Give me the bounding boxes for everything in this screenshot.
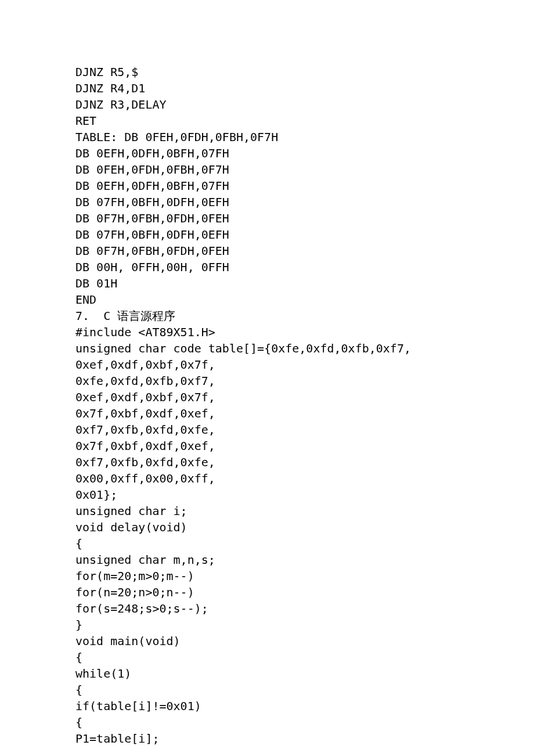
code-line: DB 07FH,0BFH,0DFH,0EFH	[75, 226, 459, 243]
code-line: DB 0EFH,0DFH,0BFH,07FH	[75, 178, 459, 194]
code-line: while(1)	[75, 665, 459, 682]
code-line: void delay(void)	[75, 519, 459, 535]
code-line: for(s=248;s>0;s--);	[75, 600, 459, 617]
code-line: DJNZ R3,DELAY	[75, 96, 459, 113]
code-line: 0xfe,0xfd,0xfb,0xf7,	[75, 373, 459, 389]
document-page: DJNZ R5,$ DJNZ R4,D1 DJNZ R3,DELAY RET T…	[0, 0, 534, 756]
code-line: END	[75, 291, 459, 308]
code-line: DB 0F7H,0FBH,0FDH,0FEH	[75, 210, 459, 226]
code-line: }	[75, 617, 459, 633]
code-line: DJNZ R5,$	[75, 64, 459, 80]
code-line: 0xf7,0xfb,0xfd,0xfe,	[75, 454, 459, 470]
code-line: {	[75, 682, 459, 698]
code-line: for(m=20;m>0;m--)	[75, 568, 459, 584]
code-line: P1=table[i];	[75, 730, 459, 747]
code-line: void main(void)	[75, 633, 459, 649]
code-line: 0x01};	[75, 487, 459, 503]
code-line: RET	[75, 113, 459, 129]
code-line: DB 0F7H,0FBH,0FDH,0FEH	[75, 243, 459, 259]
code-line: DJNZ R4,D1	[75, 80, 459, 96]
code-line: DB 01H	[75, 275, 459, 291]
code-line: DB 07FH,0BFH,0DFH,0EFH	[75, 194, 459, 210]
code-line: unsigned char code table[]={0xfe,0xfd,0x…	[75, 340, 459, 357]
code-line: {	[75, 714, 459, 730]
code-line: 0xef,0xdf,0xbf,0x7f,	[75, 357, 459, 373]
code-line: DB 0FEH,0FDH,0FBH,0F7H	[75, 161, 459, 178]
code-line: DB 0EFH,0DFH,0BFH,07FH	[75, 145, 459, 161]
code-line: {	[75, 535, 459, 552]
code-line: 0x7f,0xbf,0xdf,0xef,	[75, 438, 459, 454]
code-line: DB 00H, 0FFH,00H, 0FFH	[75, 259, 459, 275]
code-line: if(table[i]!=0x01)	[75, 698, 459, 714]
section-heading: 7. C 语言源程序	[75, 308, 459, 324]
code-line: 0xf7,0xfb,0xfd,0xfe,	[75, 422, 459, 438]
code-line: #include <AT89X51.H>	[75, 324, 459, 340]
code-line: 0x00,0xff,0x00,0xff,	[75, 470, 459, 487]
code-line: 0x7f,0xbf,0xdf,0xef,	[75, 405, 459, 422]
code-line: 0xef,0xdf,0xbf,0x7f,	[75, 389, 459, 405]
code-line: unsigned char m,n,s;	[75, 552, 459, 568]
code-line: unsigned char i;	[75, 503, 459, 519]
code-line: for(n=20;n>0;n--)	[75, 584, 459, 600]
code-line: {	[75, 649, 459, 665]
code-line: TABLE: DB 0FEH,0FDH,0FBH,0F7H	[75, 129, 459, 145]
